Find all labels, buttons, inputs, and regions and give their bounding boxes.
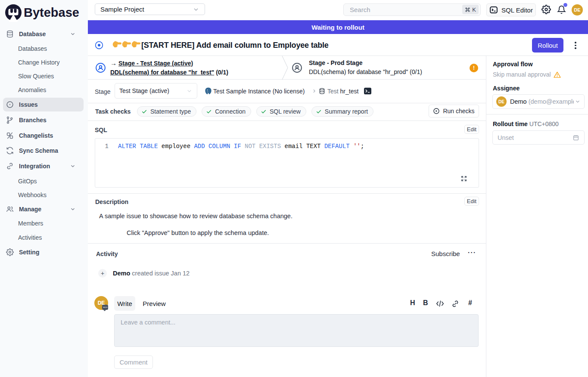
svg-text:Bytebase: Bytebase [24,6,79,19]
